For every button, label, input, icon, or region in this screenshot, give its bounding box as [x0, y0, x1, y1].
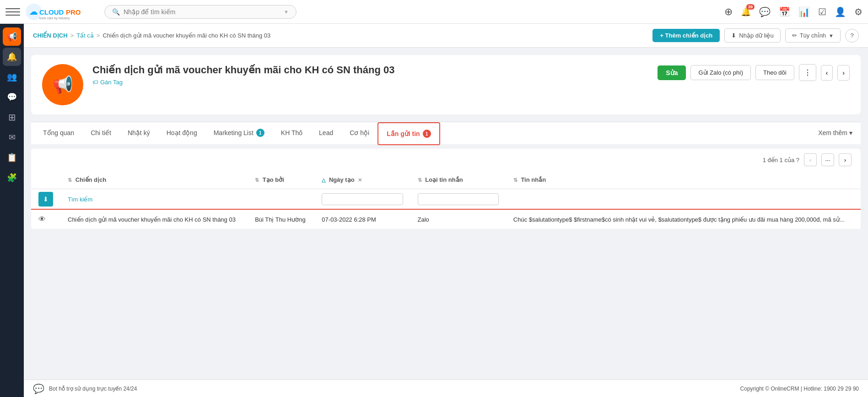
- follow-button[interactable]: Theo dõi: [755, 65, 794, 80]
- sort-icon: ⇅: [255, 177, 259, 183]
- pagination-text: 1 đến 1 của ?: [763, 157, 799, 163]
- sidebar-item-email[interactable]: ✉: [3, 128, 21, 147]
- tab-xem-them[interactable]: Xem thêm ▾: [814, 123, 857, 144]
- svg-text:☁: ☁: [29, 7, 38, 16]
- chart-icon[interactable]: 📊: [798, 6, 810, 17]
- logo: ☁ CLOUD PRO tools care by industry: [26, 4, 90, 20]
- download-icon: ⬇: [731, 32, 736, 39]
- breadcrumb: CHIẾN DỊCH > Tất cả > Chiến dịch gửi mã …: [33, 32, 270, 39]
- top-navbar: ☁ CLOUD PRO tools care by industry 🔍 ▼ ⊕…: [0, 0, 868, 24]
- table-row: 👁 Chiến dịch gửi mã voucher khuyến mãi c…: [31, 210, 861, 229]
- tabs-bar: Tổng quan Chi tiết Nhật ký Hoạt động Mar…: [31, 122, 861, 144]
- sidebar-item-puzzle[interactable]: 🧩: [3, 169, 21, 187]
- edit-button[interactable]: Sửa: [658, 65, 686, 80]
- messenger-icon[interactable]: 💬: [33, 383, 44, 394]
- footer: 💬 Bot hỗ trợ sử dụng trực tuyến 24/24 Co…: [24, 380, 868, 397]
- ngay-tao-value: 07-03-2022 6:28 PM: [322, 216, 376, 223]
- row-tao-boi-cell: Bùi Thị Thu Hường: [248, 210, 314, 229]
- col-tin-nhan[interactable]: ⇅ Tin nhắn: [506, 171, 861, 189]
- filter-loai-tin-cell[interactable]: [410, 189, 506, 210]
- nav-actions: ⊕ 🔔 39 💬 📅 📊 ☑ 👤 ⚙: [724, 6, 863, 18]
- sidebar-item-report[interactable]: 📋: [3, 148, 21, 167]
- col-loai-tin-nhan[interactable]: ⇅ Loại tin nhắn: [410, 171, 506, 189]
- ngay-tao-filter-input[interactable]: [322, 193, 403, 205]
- next-page-button[interactable]: ›: [839, 153, 852, 166]
- more-options-button[interactable]: ⋮: [799, 64, 816, 81]
- sidebar-item-megaphone[interactable]: 📢: [3, 27, 21, 46]
- breadcrumb-bar: CHIẾN DỊCH > Tất cả > Chiến dịch gửi mã …: [24, 24, 868, 48]
- col-tao-boi[interactable]: ⇅ Tạo bởi: [248, 171, 314, 189]
- prev-arrow-button[interactable]: ‹: [821, 65, 833, 81]
- breadcrumb-actions: + Thêm chiến dịch ⬇ Nhập dữ liệu ✏ Tùy c…: [652, 28, 859, 43]
- col-chien-dich[interactable]: ⇅ Chiến dịch: [60, 171, 248, 189]
- content-area: CHIẾN DỊCH > Tất cả > Chiến dịch gửi mã …: [24, 24, 868, 397]
- customize-button[interactable]: ✏ Tùy chỉnh ▼: [785, 28, 841, 43]
- hamburger-button[interactable]: [5, 5, 20, 19]
- add-icon[interactable]: ⊕: [724, 6, 733, 18]
- lan-gui-tin-badge: 1: [423, 130, 431, 138]
- loai-tin-filter-input[interactable]: [418, 193, 499, 205]
- checkbox-icon[interactable]: ☑: [818, 6, 826, 17]
- add-campaign-button[interactable]: + Thêm chiến dịch: [652, 29, 720, 42]
- breadcrumb-all[interactable]: Tất cả: [76, 32, 94, 39]
- svg-text:CLOUD: CLOUD: [39, 8, 64, 16]
- next-arrow-button[interactable]: ›: [837, 65, 850, 81]
- tab-hoat-dong[interactable]: Hoạt động: [158, 123, 205, 144]
- footer-left: 💬 Bot hỗ trợ sử dụng trực tuyến 24/24: [33, 383, 137, 394]
- loai-tin-value: Zalo: [418, 216, 429, 223]
- sidebar-item-notification[interactable]: 🔔: [3, 48, 21, 66]
- table-pagination: 1 đến 1 của ? ‹ ··· ›: [31, 149, 861, 171]
- search-text-button[interactable]: Tìm kiếm: [68, 196, 92, 203]
- col-ngay-tao[interactable]: △ Ngày tạo ✕: [314, 171, 410, 189]
- tab-co-hoi[interactable]: Cơ hội: [341, 123, 377, 144]
- clear-sort-icon[interactable]: ✕: [358, 177, 362, 183]
- filter-tin-nhan-cell: [506, 189, 861, 210]
- user-icon[interactable]: 👤: [835, 6, 846, 17]
- prev-page-button[interactable]: ‹: [804, 153, 817, 166]
- row-eye-cell: 👁: [31, 210, 60, 229]
- tab-marketing-list[interactable]: Marketing List 1: [205, 122, 273, 144]
- tag-icon: 🏷: [92, 79, 98, 86]
- tab-kh-tho[interactable]: KH Thô: [273, 123, 311, 144]
- tab-chi-tiet[interactable]: Chi tiết: [82, 123, 119, 144]
- eye-icon[interactable]: 👁: [38, 215, 46, 223]
- tag-button[interactable]: 🏷 Gán Tag: [92, 79, 648, 86]
- settings-icon[interactable]: ⚙: [854, 6, 863, 17]
- help-button[interactable]: ?: [845, 29, 859, 43]
- send-zalo-button[interactable]: Gửi Zalo (có phí): [690, 65, 751, 80]
- table-header-row: ⇅ Chiến dịch ⇅ Tạo bởi △ Ngày tạo ✕: [31, 171, 861, 189]
- page-options-button[interactable]: ···: [821, 153, 834, 166]
- table-section: 1 đến 1 của ? ‹ ··· › ⇅ Chiến dịch: [31, 149, 861, 229]
- campaign-info: Chiến dịch gửi mã voucher khuyến mãi cho…: [92, 64, 648, 86]
- sidebar-item-grid[interactable]: ⊞: [3, 108, 21, 126]
- breadcrumb-root[interactable]: CHIẾN DỊCH: [33, 32, 68, 39]
- svg-text:PRO: PRO: [66, 8, 81, 16]
- filter-ngay-tao-cell[interactable]: [314, 189, 410, 210]
- tin-nhan-value: Chúc $salutationtype$ $firstname$có sinh…: [513, 216, 845, 223]
- chevron-down-icon: ▼: [829, 33, 834, 38]
- campaign-avatar: 📢: [42, 64, 83, 105]
- notification-icon[interactable]: 🔔 39: [741, 7, 751, 17]
- sidebar-item-message[interactable]: 💬: [3, 88, 21, 106]
- tab-lead[interactable]: Lead: [311, 123, 341, 144]
- chat-bubble-icon[interactable]: 💬: [759, 6, 771, 17]
- search-input[interactable]: [124, 8, 280, 16]
- sidebar-item-users[interactable]: 👥: [3, 68, 21, 86]
- filter-chien-dich-cell: Tìm kiếm: [60, 189, 248, 210]
- campaign-header: 📢 Chiến dịch gửi mã voucher khuyến mãi c…: [42, 64, 850, 105]
- row-chien-dich-cell: Chiến dịch gửi mã voucher khuyến mãi cho…: [60, 210, 248, 229]
- tab-nhat-ky[interactable]: Nhật ký: [119, 123, 158, 144]
- tag-label: Gán Tag: [100, 79, 123, 86]
- search-bar[interactable]: 🔍 ▼: [104, 5, 297, 19]
- breadcrumb-current: Chiến dịch gửi mã voucher khuyến mãi cho…: [102, 32, 270, 39]
- tab-lan-gui-tin[interactable]: Lần gửi tin 1: [377, 122, 440, 145]
- tab-tong-quan[interactable]: Tổng quan: [35, 123, 82, 144]
- search-icon: 🔍: [112, 8, 120, 16]
- import-data-button[interactable]: ⬇ Nhập dữ liệu: [724, 28, 780, 43]
- chevron-down-icon: ▼: [284, 9, 289, 15]
- filter-icon-cell: ⬇: [31, 189, 60, 210]
- breadcrumb-sep2: >: [97, 32, 100, 39]
- filter-search-button[interactable]: ⬇: [38, 192, 53, 207]
- marketing-list-badge: 1: [256, 129, 264, 137]
- calendar-icon[interactable]: 📅: [779, 6, 790, 17]
